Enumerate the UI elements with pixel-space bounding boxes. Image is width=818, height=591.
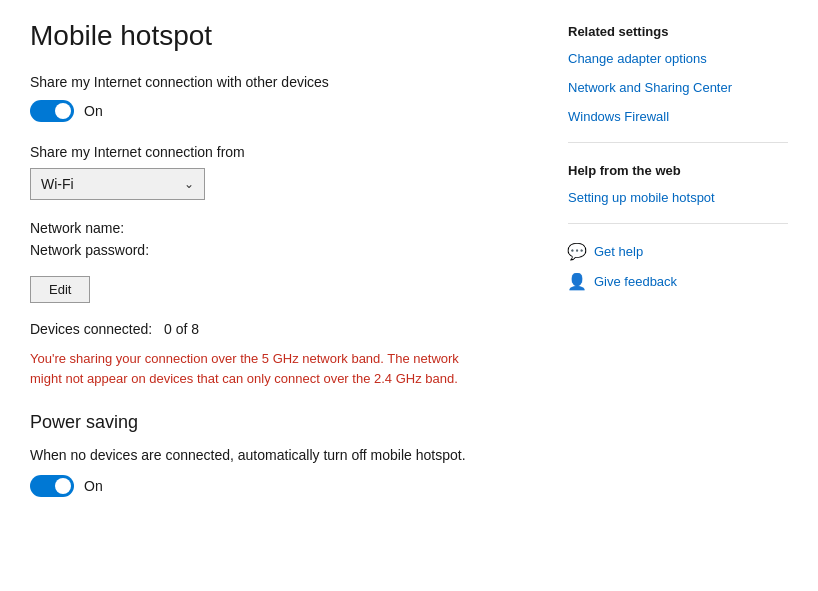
page-title: Mobile hotspot [30, 20, 528, 52]
get-help-row[interactable]: 💬 Get help [568, 242, 788, 260]
power-toggle-thumb [55, 478, 71, 494]
network-warning: You're sharing your connection over the … [30, 349, 460, 388]
network-sharing-center-link[interactable]: Network and Sharing Center [568, 80, 788, 95]
network-password-label: Network password: [30, 242, 528, 258]
sidebar: Related settings Change adapter options … [568, 20, 788, 519]
power-saving-desc: When no devices are connected, automatic… [30, 447, 480, 463]
related-settings-title: Related settings [568, 24, 788, 39]
power-toggle-track [30, 475, 74, 497]
share-toggle-row: On [30, 100, 528, 122]
chat-icon: 💬 [568, 242, 586, 260]
main-content: Mobile hotspot Share my Internet connect… [30, 20, 528, 519]
power-saving-section: Power saving When no devices are connect… [30, 412, 528, 497]
dropdown-value: Wi-Fi [41, 176, 74, 192]
devices-connected-row: Devices connected: 0 of 8 [30, 321, 528, 337]
sidebar-divider [568, 142, 788, 143]
devices-count: 0 of 8 [164, 321, 199, 337]
toggle-track [30, 100, 74, 122]
share-toggle[interactable] [30, 100, 74, 122]
edit-button[interactable]: Edit [30, 276, 90, 303]
share-toggle-label: Share my Internet connection with other … [30, 74, 528, 90]
give-feedback-row[interactable]: 👤 Give feedback [568, 272, 788, 290]
chevron-down-icon: ⌄ [184, 177, 194, 191]
wifi-dropdown[interactable]: Wi-Fi ⌄ [30, 168, 205, 200]
help-divider [568, 223, 788, 224]
setting-up-link[interactable]: Setting up mobile hotspot [568, 190, 788, 205]
give-feedback-link[interactable]: Give feedback [594, 274, 677, 289]
power-saving-title: Power saving [30, 412, 528, 433]
share-from-section: Share my Internet connection from Wi-Fi … [30, 144, 528, 200]
network-name-label: Network name: [30, 220, 528, 236]
toggle-thumb [55, 103, 71, 119]
change-adapter-link[interactable]: Change adapter options [568, 51, 788, 66]
power-toggle-row: On [30, 475, 528, 497]
windows-firewall-link[interactable]: Windows Firewall [568, 109, 788, 124]
get-help-link[interactable]: Get help [594, 244, 643, 259]
devices-connected-label: Devices connected: [30, 321, 152, 337]
person-icon: 👤 [568, 272, 586, 290]
share-toggle-state: On [84, 103, 103, 119]
network-info: Network name: Network password: [30, 220, 528, 258]
power-toggle[interactable] [30, 475, 74, 497]
share-from-label: Share my Internet connection from [30, 144, 528, 160]
power-toggle-state: On [84, 478, 103, 494]
help-web-title: Help from the web [568, 163, 788, 178]
